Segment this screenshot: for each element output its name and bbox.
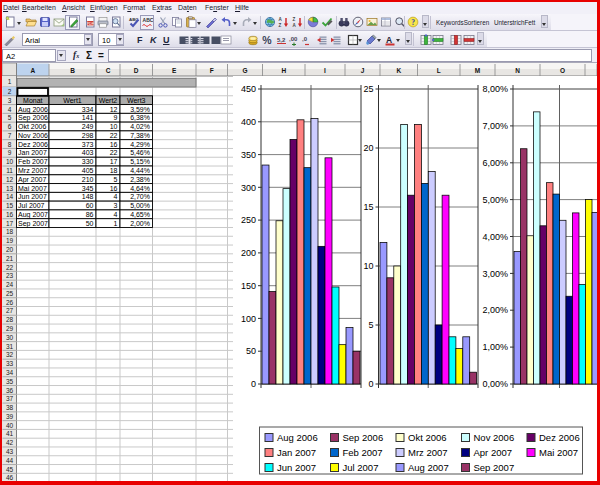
svg-text:25: 25 xyxy=(6,290,14,297)
svg-text:ABC: ABC xyxy=(143,17,153,23)
svg-text:403: 403 xyxy=(82,149,94,156)
svg-text:32: 32 xyxy=(6,351,14,358)
svg-text:5,46%: 5,46% xyxy=(130,149,150,156)
svg-text:4: 4 xyxy=(114,193,118,200)
svg-text:28: 28 xyxy=(6,316,14,323)
svg-text:3: 3 xyxy=(8,97,12,104)
svg-text:21: 21 xyxy=(6,255,14,262)
svg-text:12: 12 xyxy=(110,106,118,113)
svg-text:350: 350 xyxy=(241,150,256,160)
svg-text:C: C xyxy=(106,67,111,74)
svg-text:Wert1: Wert1 xyxy=(63,97,82,104)
svg-text:Nov 2006: Nov 2006 xyxy=(18,132,48,139)
svg-text:1,00%: 1,00% xyxy=(482,342,508,352)
svg-text:12: 12 xyxy=(6,176,14,183)
svg-text:0: 0 xyxy=(251,379,256,389)
svg-text:50: 50 xyxy=(246,346,256,356)
svg-text:4,29%: 4,29% xyxy=(130,141,150,148)
svg-text:17: 17 xyxy=(110,158,118,165)
svg-text:3: 3 xyxy=(114,202,118,209)
svg-text:39: 39 xyxy=(6,413,14,420)
svg-text:8,00%: 8,00% xyxy=(482,84,508,94)
svg-text:A: A xyxy=(30,67,35,74)
svg-text:Jul 2007: Jul 2007 xyxy=(343,462,379,473)
svg-text:Wert2: Wert2 xyxy=(99,97,118,104)
svg-text:45: 45 xyxy=(6,466,14,473)
svg-text:334: 334 xyxy=(82,106,94,113)
svg-text:27: 27 xyxy=(6,307,14,314)
svg-text:Jan 2007: Jan 2007 xyxy=(18,149,47,156)
svg-text:330: 330 xyxy=(82,158,94,165)
svg-text:4,44%: 4,44% xyxy=(130,167,150,174)
svg-text:?: ? xyxy=(411,18,415,27)
svg-text:Okt 2006: Okt 2006 xyxy=(18,123,47,130)
svg-text:7,00%: 7,00% xyxy=(482,121,508,131)
svg-text:100: 100 xyxy=(241,314,256,324)
svg-text:Z: Z xyxy=(279,23,282,28)
svg-text:Aug 2006: Aug 2006 xyxy=(18,106,48,114)
svg-text:2,38%: 2,38% xyxy=(130,176,150,183)
svg-text:Jul 2007: Jul 2007 xyxy=(18,202,45,209)
svg-text:20: 20 xyxy=(6,246,14,253)
svg-text:I: I xyxy=(324,67,326,74)
svg-text:Nov 2006: Nov 2006 xyxy=(474,432,515,443)
svg-text:5: 5 xyxy=(114,176,118,183)
svg-text:16: 16 xyxy=(110,141,118,148)
svg-text:8: 8 xyxy=(8,141,12,148)
svg-text:Mai 2007: Mai 2007 xyxy=(18,185,47,192)
svg-text:Feb 2007: Feb 2007 xyxy=(343,447,383,458)
svg-text:6,38%: 6,38% xyxy=(130,114,150,121)
svg-text:Aug 2006: Aug 2006 xyxy=(277,432,318,443)
svg-text:373: 373 xyxy=(82,141,94,148)
svg-text:405: 405 xyxy=(82,167,94,174)
svg-text:22: 22 xyxy=(6,264,14,271)
svg-text:1: 1 xyxy=(8,78,12,85)
svg-text:298: 298 xyxy=(82,132,94,139)
svg-text:41: 41 xyxy=(6,430,14,437)
svg-text:2,00%: 2,00% xyxy=(130,220,150,227)
svg-text:Okt 2006: Okt 2006 xyxy=(408,432,447,443)
svg-text:Mrz 2007: Mrz 2007 xyxy=(18,167,47,174)
svg-text:42: 42 xyxy=(6,439,14,446)
svg-text:30: 30 xyxy=(6,334,14,341)
svg-text:249: 249 xyxy=(82,123,94,130)
svg-text:F: F xyxy=(210,67,214,74)
svg-text:Sep 2006: Sep 2006 xyxy=(18,114,48,122)
svg-text:Sep 2007: Sep 2007 xyxy=(18,220,48,228)
svg-text:148: 148 xyxy=(82,193,94,200)
svg-text:17: 17 xyxy=(6,220,14,227)
svg-text:Mai 2007: Mai 2007 xyxy=(539,447,578,458)
svg-text:M: M xyxy=(475,67,480,74)
svg-text:22: 22 xyxy=(110,132,118,139)
svg-text:16: 16 xyxy=(110,185,118,192)
svg-text:250: 250 xyxy=(241,215,256,225)
svg-text:Monat: Monat xyxy=(23,97,43,104)
svg-text:Mrz 2007: Mrz 2007 xyxy=(408,447,448,458)
svg-text:50: 50 xyxy=(86,220,94,227)
svg-text:,0: ,0 xyxy=(302,36,308,42)
svg-text:11: 11 xyxy=(6,167,13,174)
svg-text:Jan 2007: Jan 2007 xyxy=(277,447,316,458)
svg-text:44: 44 xyxy=(6,457,14,464)
svg-text:Sep 2006: Sep 2006 xyxy=(343,432,384,443)
svg-text:Sep 2007: Sep 2007 xyxy=(474,462,515,473)
svg-text:J: J xyxy=(361,67,365,74)
svg-text:3,00%: 3,00% xyxy=(482,269,508,279)
svg-text:18: 18 xyxy=(110,167,118,174)
svg-text:141: 141 xyxy=(82,114,94,121)
svg-text:10: 10 xyxy=(363,261,373,271)
svg-text:400: 400 xyxy=(241,117,256,127)
svg-text:60: 60 xyxy=(86,202,94,209)
svg-text:10: 10 xyxy=(110,123,118,130)
svg-text:2: 2 xyxy=(8,88,12,95)
svg-text:5: 5 xyxy=(8,114,12,121)
svg-text:O: O xyxy=(560,67,565,74)
svg-text:35: 35 xyxy=(6,378,14,385)
svg-text:150: 150 xyxy=(241,281,256,291)
svg-text:4,65%: 4,65% xyxy=(130,211,150,218)
svg-text:7: 7 xyxy=(8,132,12,139)
svg-text:26: 26 xyxy=(6,299,14,306)
svg-text:Wert3: Wert3 xyxy=(127,97,146,104)
svg-text:15: 15 xyxy=(363,202,373,212)
svg-text:5: 5 xyxy=(368,320,373,330)
